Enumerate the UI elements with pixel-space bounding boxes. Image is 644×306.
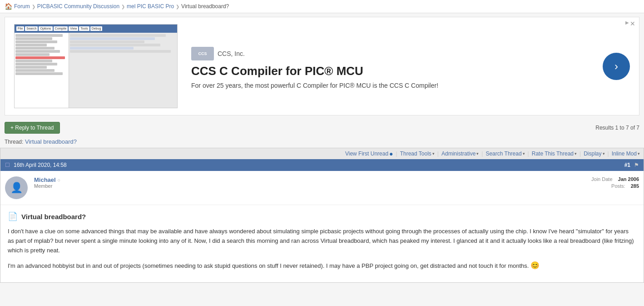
ad-title: CCS C Compiler for PIC® MCU	[191, 64, 594, 78]
ad-banner: ▶ ✕ FileSearchOptionsCompileViewToolsDeb…	[5, 17, 639, 115]
join-date-label: Join Date	[591, 176, 612, 182]
breadcrumb-sep-3: ❯	[176, 4, 179, 9]
posts-value: 285	[631, 183, 639, 189]
post-username[interactable]: Michael ○	[34, 176, 585, 183]
post-body-paragraph-1: I don't have a clue on some advanced thi…	[8, 227, 636, 255]
unread-circle-icon: ●	[389, 150, 393, 157]
post-title: 📄 Virtual breadboard?	[8, 211, 636, 221]
post-user-info: Michael ○ Member	[34, 176, 585, 199]
post-header-left: ☐ 16th April 2020, 14:58	[5, 162, 67, 168]
post-number: #1	[624, 162, 630, 168]
posts-label: Posts:	[611, 183, 625, 189]
breadcrumb-forum[interactable]: Forum	[14, 3, 30, 10]
search-thread-button[interactable]: Search Thread ▾	[485, 150, 525, 157]
search-thread-arrow: ▾	[523, 151, 525, 156]
home-icon: 🏠	[5, 3, 12, 10]
display-button[interactable]: Display ▾	[584, 150, 604, 157]
inline-mod-button[interactable]: Inline Mod ▾	[612, 150, 640, 157]
bookmark-icon[interactable]: ⚑	[634, 162, 639, 168]
thread-title-link[interactable]: Virtual breadboard?	[25, 138, 77, 145]
breadcrumb-sep-2: ❯	[121, 4, 125, 9]
post-content: 📄 Virtual breadboard? I don't have a clu…	[0, 205, 644, 282]
display-arrow: ▾	[603, 151, 605, 156]
view-first-unread-button[interactable]: View First Unread ●	[345, 150, 393, 157]
breadcrumb-picbasic[interactable]: PICBASIC Community Discussion	[37, 3, 119, 10]
ad-screenshot-image: FileSearchOptionsCompileViewToolsDebug	[14, 24, 178, 108]
inline-mod-arrow: ▾	[638, 151, 640, 156]
rate-this-thread-button[interactable]: Rate This Thread ▾	[532, 150, 577, 157]
ccs-logo: CCS	[191, 47, 214, 60]
post-user-section: 👤 Michael ○ Member Join Date Jan 2006 Po…	[0, 171, 644, 205]
rate-thread-arrow: ▾	[575, 151, 577, 156]
sep-5: |	[580, 150, 581, 157]
sep-3: |	[481, 150, 483, 157]
ad-close-icon[interactable]: ✕	[630, 20, 635, 27]
post-header-right: #1 ⚑	[624, 162, 639, 168]
reply-to-thread-button[interactable]: + Reply to Thread	[5, 122, 60, 134]
post-container: ☐ 16th April 2020, 14:58 #1 ⚑ 👤 Michael …	[0, 159, 644, 283]
post-meta: Join Date Jan 2006 Posts: 285	[591, 176, 639, 199]
action-bar: + Reply to Thread Results 1 to 7 of 7	[0, 119, 644, 136]
toolbar-bar: View First Unread ● | Thread Tools ▾ | A…	[0, 148, 644, 159]
sep-1: |	[396, 150, 397, 157]
breadcrumb-mel[interactable]: mel PIC BASIC Pro	[127, 3, 174, 10]
breadcrumb-current: Virtual breadboard?	[181, 3, 229, 10]
ad-arrow-button[interactable]: ›	[603, 53, 630, 80]
post-checkbox-icon[interactable]: ☐	[5, 162, 10, 168]
post-body-paragraph-2: I'm an advanced hobbyist but in and out …	[8, 260, 636, 271]
sep-2: |	[437, 150, 439, 157]
administrative-button[interactable]: Administrative ▾	[441, 150, 479, 157]
post-date: 16th April 2020, 14:58	[14, 162, 67, 168]
thread-label: Thread:	[5, 139, 23, 145]
sep-4: |	[528, 150, 529, 157]
thread-tools-arrow: ▾	[432, 151, 435, 156]
post-header: ☐ 16th April 2020, 14:58 #1 ⚑	[0, 159, 644, 171]
sep-6: |	[608, 150, 609, 157]
thread-tools-button[interactable]: Thread Tools ▾	[400, 150, 435, 157]
thread-title-bar: Thread: Virtual breadboard?	[0, 136, 644, 148]
avatar: 👤	[5, 176, 28, 199]
administrative-arrow: ▾	[476, 151, 479, 156]
online-indicator: ○	[57, 177, 60, 183]
breadcrumb-sep-1: ❯	[32, 4, 35, 9]
document-icon: 📄	[8, 211, 18, 221]
ad-content: CCS CCS, Inc. CCS C Compiler for PIC® MC…	[191, 42, 594, 90]
join-date-value: Jan 2006	[618, 176, 639, 182]
ad-subtitle: For over 25 years, the most powerful C C…	[191, 81, 594, 90]
smiley-icon: 😊	[530, 261, 540, 269]
results-text: Results 1 to 7 of 7	[595, 125, 639, 131]
post-user-role: Member	[34, 183, 585, 189]
ad-company: CCS, Inc.	[218, 50, 245, 57]
breadcrumb: 🏠 Forum ❯ PICBASIC Community Discussion …	[0, 0, 644, 13]
ad-label: ▶	[625, 20, 629, 25]
